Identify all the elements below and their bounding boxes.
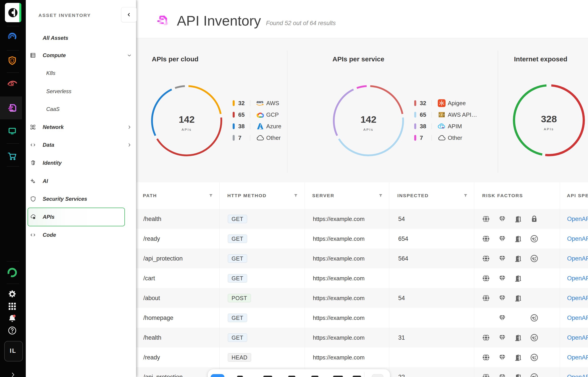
svg-text:aws: aws: [256, 100, 263, 104]
